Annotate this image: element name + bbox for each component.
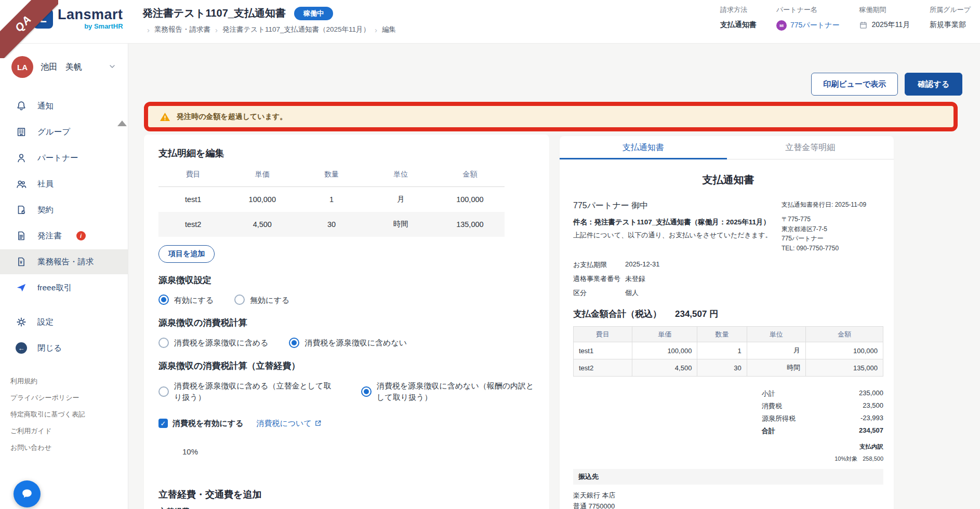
radio-withholding-enable[interactable]: 有効にする bbox=[158, 294, 214, 306]
grand-total-label: 支払金額合計（税込） bbox=[573, 308, 661, 320]
col-header-amount: 金額 bbox=[435, 170, 505, 187]
cell-unit-price: 4,500 bbox=[632, 359, 697, 377]
warning-message: 発注時の金額を超過しています。 bbox=[177, 112, 287, 122]
logo-name: Lansmart bbox=[58, 7, 123, 22]
app-logo[interactable]: L Lansmart by SmartHR bbox=[33, 7, 123, 30]
col-header-unit-price: 単価 bbox=[632, 327, 697, 342]
sender-tel: TEL: 090-7750-7750 bbox=[782, 244, 883, 253]
notification-badge: i bbox=[76, 231, 86, 240]
table-row[interactable]: test2 4,500 30 時間 135,000 bbox=[158, 212, 505, 237]
cell-category: test1 bbox=[158, 187, 228, 212]
sidebar-item-groups[interactable]: グループ bbox=[0, 119, 128, 144]
editor-title: 支払明細を編集 bbox=[158, 147, 535, 159]
sidebar-scroll-indicator[interactable] bbox=[117, 120, 127, 126]
tab-payment-notice[interactable]: 支払通知書 bbox=[560, 136, 727, 159]
table-row[interactable]: test1 100,000 1 月 100,000 bbox=[158, 187, 505, 212]
table-row: test2 4,500 30 時間 135,000 bbox=[574, 359, 883, 377]
radio-expense-exclude[interactable]: 消費税を源泉徴収に含めない（報酬の内訳として取り扱う） bbox=[361, 380, 535, 403]
sidebar-footer: 利用規約 プライバシーポリシー 特定商取引に基づく表記 ご利用ガイド お問い合わ… bbox=[0, 373, 128, 456]
tab-reimbursement-detail[interactable]: 立替金等明細 bbox=[727, 136, 894, 159]
sidebar-item-work-reports[interactable]: ¥ 業務報告・請求 bbox=[0, 249, 128, 274]
breakdown-rate-value: 258,500 bbox=[863, 456, 883, 462]
footer-link-terms[interactable]: 利用規約 bbox=[10, 373, 128, 390]
person-icon bbox=[16, 152, 27, 164]
tax-rate-value: 10% bbox=[182, 447, 535, 456]
cell-unit-price: 100,000 bbox=[632, 342, 697, 359]
withholding-options: 有効にする 無効にする bbox=[158, 294, 535, 306]
chevron-right-icon: › bbox=[215, 25, 218, 34]
sidebar-item-label: グループ bbox=[37, 127, 70, 138]
sidebar-item-label: 契約 bbox=[37, 205, 54, 216]
tax-info-link[interactable]: 消費税について bbox=[256, 419, 321, 428]
building-icon bbox=[16, 126, 27, 138]
print-view-button[interactable]: 印刷ビューで表示 bbox=[811, 73, 898, 96]
breakdown-rate-label: 10%対象 bbox=[835, 456, 857, 462]
chat-widget-button[interactable] bbox=[14, 480, 41, 507]
total-value: 234,507 bbox=[859, 426, 883, 436]
radio-tax-exclude[interactable]: 消費税を源泉徴収に含めない bbox=[289, 337, 407, 349]
cell-amount: 100,000 bbox=[805, 342, 883, 359]
sidebar-item-partners[interactable]: パートナー bbox=[0, 145, 128, 170]
sidebar: LA 池田 美帆 通知 グループ パートナー bbox=[0, 44, 128, 509]
calendar-icon bbox=[859, 21, 868, 30]
top-header: L Lansmart by SmartHR 発注書テスト1107_支払通知書 稼… bbox=[0, 0, 980, 44]
col-header-amount: 金額 bbox=[805, 327, 883, 342]
col-header-unit-price: 単価 bbox=[228, 170, 297, 187]
preview-items-table: 費目 単価 数量 単位 金額 test1 100,000 1 月 bbox=[573, 326, 883, 377]
sidebar-item-freee[interactable]: freee取引 bbox=[0, 275, 128, 300]
footer-link-guide[interactable]: ご利用ガイド bbox=[10, 423, 128, 439]
issue-date: 支払通知書発行日: 2025-11-09 bbox=[782, 200, 883, 209]
sidebar-item-label: 通知 bbox=[37, 101, 54, 112]
header-meta: 請求方法 支払通知書 パートナー名 MI 775パートナー 稼働期間 2025年… bbox=[720, 5, 971, 31]
footer-link-privacy[interactable]: プライバシーポリシー bbox=[10, 390, 128, 406]
radio-tax-include[interactable]: 消費税を源泉徴収に含める bbox=[158, 337, 268, 349]
close-arrow-icon: ← bbox=[16, 342, 27, 354]
footer-link-contact[interactable]: お問い合わせ bbox=[10, 439, 128, 456]
breadcrumb-item-reports[interactable]: 業務報告・請求書 bbox=[154, 25, 210, 34]
partner-name-link[interactable]: 775パートナー bbox=[790, 21, 839, 30]
col-header-quantity: 数量 bbox=[697, 327, 747, 342]
working-period-value: 2025年11月 bbox=[871, 20, 910, 30]
sidebar-item-employees[interactable]: 社員 bbox=[0, 171, 128, 196]
confirm-button[interactable]: 確認する bbox=[905, 73, 962, 96]
sidebar-item-settings[interactable]: 設定 bbox=[0, 310, 128, 334]
sidebar-item-notifications[interactable]: 通知 bbox=[0, 93, 128, 118]
tax-enable-label: 消費税を有効にする bbox=[173, 419, 243, 428]
subtotal-value: 235,000 bbox=[859, 389, 883, 398]
tax-calc-options: 消費税を源泉徴収に含める 消費税を源泉徴収に含めない bbox=[158, 337, 535, 349]
sidebar-item-contracts[interactable]: 契約 bbox=[0, 197, 128, 222]
classification-label: 区分 bbox=[573, 288, 625, 298]
add-item-button[interactable]: 項目を追加 bbox=[158, 245, 215, 263]
expense-subsection-title: 立替経費 bbox=[158, 507, 535, 509]
user-menu[interactable]: LA 池田 美帆 bbox=[0, 44, 128, 78]
col-header-quantity: 数量 bbox=[297, 170, 366, 187]
main-content: 印刷ビューで表示 確認する 発注時の金額を超過しています。 支払明細を編集 費目… bbox=[128, 44, 980, 509]
radio-withholding-disable[interactable]: 無効にする bbox=[234, 294, 289, 306]
tax-enable-checkbox[interactable]: ✓ bbox=[158, 419, 168, 428]
cell-quantity: 30 bbox=[297, 212, 366, 237]
partner-avatar: MI bbox=[776, 20, 787, 31]
classification-value: 個人 bbox=[625, 288, 639, 298]
breadcrumb-item-document[interactable]: 発注書テスト1107_支払通知書（2025年11月） bbox=[222, 25, 370, 34]
document-recipient: 775パートナー 御中 bbox=[573, 200, 774, 211]
col-header-unit: 単位 bbox=[366, 170, 435, 187]
radio-icon bbox=[158, 294, 169, 305]
sidebar-item-label: 閉じる bbox=[37, 343, 62, 354]
radio-icon bbox=[234, 294, 245, 305]
withholding-title: 源泉徴収設定 bbox=[158, 274, 535, 286]
logo-mark-icon: L bbox=[33, 9, 53, 29]
cell-category: test1 bbox=[574, 342, 632, 359]
radio-icon bbox=[289, 338, 299, 348]
sidebar-item-collapse[interactable]: ← 閉じる bbox=[0, 336, 128, 360]
footer-link-commercial-law[interactable]: 特定商取引に基づく表記 bbox=[10, 406, 128, 423]
svg-text:¥: ¥ bbox=[20, 260, 22, 265]
radio-expense-include[interactable]: 消費税を源泉徴収に含める（立替金として取り扱う） bbox=[158, 380, 332, 403]
cell-unit: 月 bbox=[366, 187, 435, 212]
sidebar-item-label: freee取引 bbox=[37, 283, 72, 293]
sidebar-item-purchase-orders[interactable]: 発注書 i bbox=[0, 223, 128, 248]
logo-byline: by SmartHR bbox=[84, 22, 123, 30]
contract-icon bbox=[16, 204, 27, 216]
status-badge: 稼働中 bbox=[294, 7, 333, 20]
breakdown-title: 支払内訳 bbox=[573, 443, 883, 451]
cell-unit-price: 4,500 bbox=[228, 212, 297, 237]
